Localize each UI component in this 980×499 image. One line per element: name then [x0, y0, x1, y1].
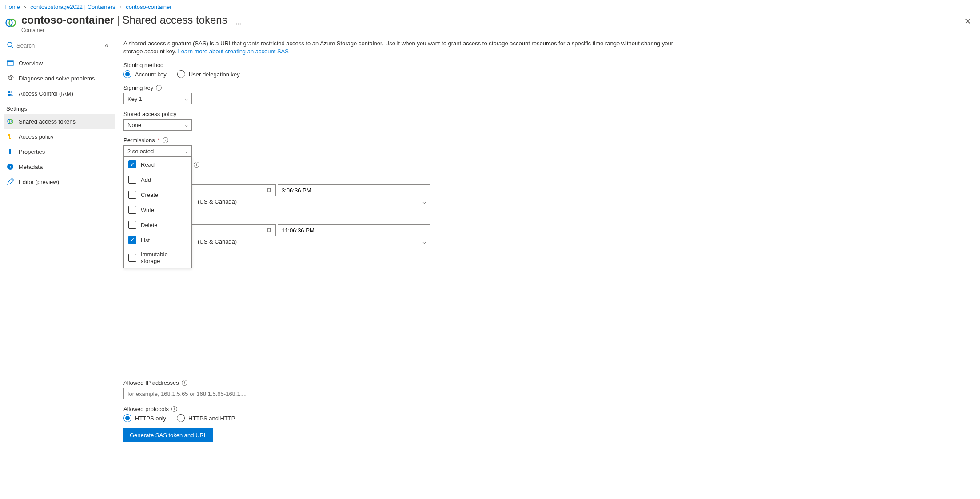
diagnose-icon	[6, 75, 14, 82]
breadcrumb: Home › contosostorage2022 | Containers ›…	[0, 0, 980, 12]
sidebar-item-label: Access Control (IAM)	[19, 90, 73, 97]
chevron-down-icon: ⌵	[185, 96, 188, 102]
title-sub: Shared access tokens	[123, 14, 227, 26]
timezone-value: (US & Canada)	[198, 198, 237, 205]
checkbox-icon	[128, 236, 136, 244]
permissions-label: Permissions * i	[123, 137, 674, 144]
sidebar-item-overview[interactable]: Overview	[4, 56, 115, 71]
collapse-sidebar-button[interactable]: «	[105, 42, 108, 49]
breadcrumb-storage[interactable]: contosostorage2022 | Containers	[30, 4, 115, 10]
calendar-icon: 🗓	[267, 187, 272, 193]
permission-option-write[interactable]: Write	[124, 202, 191, 217]
sidebar-section-settings: Settings	[4, 101, 115, 114]
svg-point-8	[11, 91, 12, 93]
permission-option-read[interactable]: Read	[124, 157, 191, 172]
stored-policy-select[interactable]: None ⌵	[123, 119, 192, 131]
chevron-right-icon: ›	[24, 4, 26, 10]
protocols-radio-group: HTTPS only HTTPS and HTTP	[123, 414, 674, 422]
sidebar-item-diagnose[interactable]: Diagnose and solve problems	[4, 71, 115, 86]
option-label: List	[141, 237, 150, 244]
time-value[interactable]	[282, 187, 426, 194]
iam-icon	[6, 90, 14, 97]
search-icon	[7, 41, 14, 50]
start-time-input[interactable]	[278, 184, 430, 196]
svg-rect-14	[8, 149, 8, 154]
close-button[interactable]: ✕	[964, 16, 971, 26]
breadcrumb-home[interactable]: Home	[4, 4, 20, 10]
svg-point-6	[9, 77, 12, 80]
signing-key-label: Signing key i	[123, 84, 674, 91]
permission-option-create[interactable]: Create	[124, 187, 191, 202]
checkbox-icon	[128, 176, 136, 184]
sidebar-item-metadata[interactable]: i Metadata	[4, 159, 115, 174]
sidebar-item-editor[interactable]: Editor (preview)	[4, 174, 115, 189]
generate-sas-button[interactable]: Generate SAS token and URL	[123, 428, 213, 442]
allowed-ip-label: Allowed IP addresses i	[123, 379, 674, 386]
option-label: Add	[141, 176, 151, 183]
signing-key-select[interactable]: Key 1 ⌵	[123, 93, 192, 104]
title-main: contoso-container	[21, 14, 114, 26]
option-label: Delete	[141, 222, 158, 228]
radio-https-only[interactable]: HTTPS only	[123, 414, 166, 422]
editor-icon	[6, 178, 14, 185]
container-icon	[4, 16, 17, 29]
timezone-value: (US & Canada)	[198, 238, 237, 245]
sidebar-item-label: Overview	[19, 60, 43, 67]
radio-label: Account key	[135, 71, 167, 78]
info-icon[interactable]: i	[182, 380, 187, 386]
select-value: None	[127, 122, 141, 128]
permission-option-list[interactable]: List	[124, 232, 191, 248]
sidebar-item-shared-access-tokens[interactable]: Shared access tokens	[4, 114, 115, 129]
permission-option-add[interactable]: Add	[124, 172, 191, 187]
learn-more-link[interactable]: Learn more about creating an account SAS	[178, 48, 289, 55]
select-value: Key 1	[127, 96, 142, 102]
chevron-down-icon: ⌵	[185, 148, 188, 154]
main-content: A shared access signature (SAS) is a URI…	[115, 37, 683, 457]
option-label: Read	[141, 161, 155, 168]
breadcrumb-container[interactable]: contoso-container	[126, 4, 171, 10]
required-indicator: *	[158, 137, 160, 144]
intro-text: A shared access signature (SAS) is a URI…	[123, 40, 674, 56]
info-icon[interactable]: i	[163, 137, 168, 143]
svg-rect-5	[7, 61, 13, 62]
page-header: contoso-container|Shared access tokens C…	[0, 12, 980, 37]
search-input[interactable]	[16, 42, 97, 49]
info-icon[interactable]: i	[156, 85, 162, 91]
chevron-right-icon: ›	[120, 4, 121, 10]
sidebar-item-label: Properties	[19, 148, 45, 155]
sidebar-item-access-policy[interactable]: Access policy	[4, 129, 115, 144]
checkbox-icon	[128, 160, 136, 168]
checkbox-icon	[128, 206, 136, 214]
permission-option-delete[interactable]: Delete	[124, 217, 191, 232]
radio-label: HTTPS only	[135, 415, 166, 422]
allowed-ip-input[interactable]	[123, 388, 252, 399]
more-icon[interactable]: ⋯	[235, 20, 242, 27]
radio-https-and-http[interactable]: HTTPS and HTTP	[177, 414, 235, 422]
svg-point-2	[8, 42, 12, 47]
overview-icon	[6, 60, 14, 67]
page-subtitle: Container	[21, 27, 227, 33]
svg-line-3	[12, 46, 13, 48]
radio-label: HTTPS and HTTP	[188, 415, 235, 422]
sidebar-item-label: Access policy	[19, 133, 54, 140]
svg-rect-16	[10, 149, 11, 154]
radio-label: User delegation key	[189, 71, 240, 78]
info-icon[interactable]: i	[171, 406, 177, 412]
sidebar-item-properties[interactable]: Properties	[4, 144, 115, 159]
radio-user-delegation-key[interactable]: User delegation key	[177, 70, 240, 78]
svg-rect-13	[9, 138, 11, 139]
radio-account-key[interactable]: Account key	[123, 70, 167, 78]
info-icon[interactable]: i	[194, 162, 199, 168]
select-value: 2 selected	[127, 148, 154, 155]
sidebar-search[interactable]	[4, 39, 100, 52]
permission-option-immutable[interactable]: Immutable storage	[124, 248, 191, 268]
permissions-select[interactable]: 2 selected ⌵	[123, 145, 192, 157]
sidebar-item-label: Metadata	[19, 164, 43, 170]
end-time-input[interactable]	[278, 224, 430, 236]
chevron-down-icon: ⌵	[422, 198, 426, 205]
sidebar-item-iam[interactable]: Access Control (IAM)	[4, 86, 115, 101]
checkbox-icon	[128, 191, 136, 199]
time-value[interactable]	[282, 227, 426, 234]
calendar-icon: 🗓	[267, 227, 272, 233]
svg-point-7	[8, 91, 11, 93]
